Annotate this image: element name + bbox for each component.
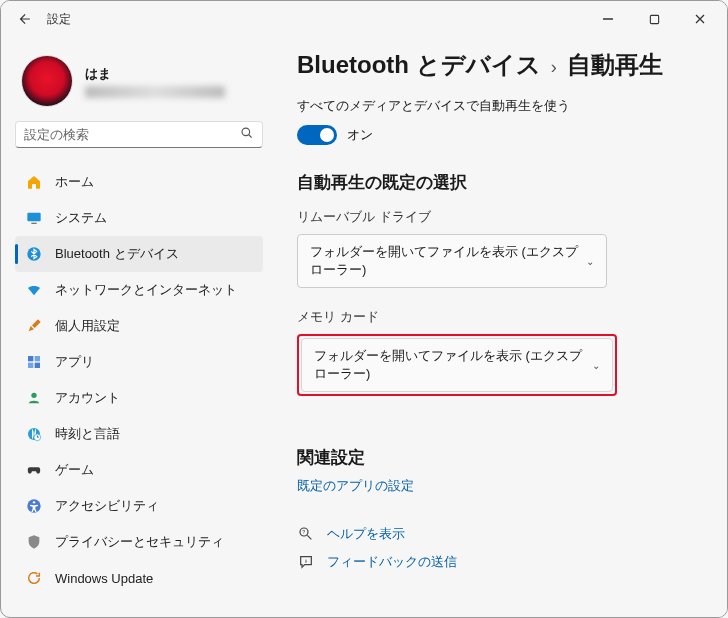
title-bar: 設定 — [1, 1, 727, 37]
sidebar-item-time[interactable]: 時刻と言語 — [15, 416, 263, 452]
update-icon — [25, 569, 43, 587]
sidebar-item-system[interactable]: システム — [15, 200, 263, 236]
sidebar-item-gaming[interactable]: ゲーム — [15, 452, 263, 488]
brush-icon — [25, 317, 43, 335]
window-title: 設定 — [47, 11, 71, 28]
svg-rect-8 — [35, 363, 40, 368]
removable-drive-select[interactable]: フォルダーを開いてファイルを表示 (エクスプローラー) ⌄ — [297, 234, 607, 288]
autoplay-toggle-label: すべてのメディアとデバイスで自動再生を使う — [297, 97, 703, 115]
sidebar-item-label: システム — [55, 209, 107, 227]
sidebar-item-label: 個人用設定 — [55, 317, 120, 335]
svg-rect-7 — [28, 363, 33, 368]
sidebar-item-label: アプリ — [55, 353, 94, 371]
profile-email-redacted — [85, 86, 225, 98]
memory-card-select[interactable]: フォルダーを開いてファイルを表示 (エクスプローラー) ⌄ — [301, 338, 613, 392]
sidebar-item-label: プライバシーとセキュリティ — [55, 533, 224, 551]
svg-rect-0 — [650, 15, 658, 23]
home-icon — [25, 173, 43, 191]
maximize-icon — [649, 14, 660, 25]
sidebar-item-accessibility[interactable]: アクセシビリティ — [15, 488, 263, 524]
avatar — [21, 55, 73, 107]
profile-block[interactable]: はま — [15, 45, 263, 121]
svg-text:?: ? — [302, 529, 305, 535]
bluetooth-icon — [25, 245, 43, 263]
feedback-icon — [297, 553, 315, 571]
sidebar-item-accounts[interactable]: アカウント — [15, 380, 263, 416]
help-link[interactable]: ヘルプを表示 — [327, 525, 405, 543]
shield-icon — [25, 533, 43, 551]
sidebar-item-apps[interactable]: アプリ — [15, 344, 263, 380]
autoplay-toggle-state: オン — [347, 126, 373, 144]
sidebar-item-label: 時刻と言語 — [55, 425, 120, 443]
accessibility-icon — [25, 497, 43, 515]
svg-point-13 — [33, 501, 35, 503]
back-button[interactable] — [9, 4, 39, 34]
memory-card-label: メモリ カード — [297, 308, 703, 326]
breadcrumb: Bluetooth とデバイス › 自動再生 — [297, 49, 703, 81]
maximize-button[interactable] — [631, 3, 677, 35]
wifi-icon — [25, 281, 43, 299]
svg-rect-5 — [28, 356, 33, 361]
sidebar-item-network[interactable]: ネットワークとインターネット — [15, 272, 263, 308]
globe-clock-icon — [25, 425, 43, 443]
sidebar-item-label: Windows Update — [55, 571, 153, 586]
svg-rect-2 — [27, 213, 40, 222]
svg-point-9 — [31, 393, 36, 398]
close-button[interactable] — [677, 3, 723, 35]
removable-drive-value: フォルダーを開いてファイルを表示 (エクスプローラー) — [310, 243, 586, 279]
svg-rect-6 — [35, 356, 40, 361]
sidebar-item-label: ホーム — [55, 173, 94, 191]
svg-point-1 — [242, 128, 250, 136]
sidebar-item-personalization[interactable]: 個人用設定 — [15, 308, 263, 344]
sidebar-item-home[interactable]: ホーム — [15, 164, 263, 200]
chevron-right-icon: › — [551, 57, 557, 78]
feedback-link[interactable]: フィードバックの送信 — [327, 553, 457, 571]
svg-point-16 — [305, 559, 306, 560]
default-apps-link[interactable]: 既定のアプリの設定 — [297, 477, 703, 495]
sidebar-item-label: ネットワークとインターネット — [55, 281, 237, 299]
help-icon: ? — [297, 525, 315, 543]
person-icon — [25, 389, 43, 407]
related-section-title: 関連設定 — [297, 446, 703, 469]
chevron-down-icon: ⌄ — [592, 360, 600, 371]
autoplay-toggle[interactable] — [297, 125, 337, 145]
removable-drive-label: リムーバブル ドライブ — [297, 208, 703, 226]
minimize-icon — [602, 13, 614, 25]
chevron-down-icon: ⌄ — [586, 256, 594, 267]
sidebar-item-label: ゲーム — [55, 461, 94, 479]
breadcrumb-parent[interactable]: Bluetooth とデバイス — [297, 49, 541, 81]
profile-name: はま — [85, 65, 225, 83]
sidebar-item-bluetooth[interactable]: Bluetooth とデバイス — [15, 236, 263, 272]
close-icon — [694, 13, 706, 25]
arrow-left-icon — [17, 12, 31, 26]
svg-rect-3 — [31, 223, 36, 224]
search-box[interactable] — [15, 121, 263, 148]
apps-icon — [25, 353, 43, 371]
sidebar-item-windows-update[interactable]: Windows Update — [15, 560, 263, 596]
minimize-button[interactable] — [585, 3, 631, 35]
search-icon — [240, 126, 254, 143]
gamepad-icon — [25, 461, 43, 479]
sidebar-item-privacy[interactable]: プライバシーとセキュリティ — [15, 524, 263, 560]
main-content: Bluetooth とデバイス › 自動再生 すべてのメディアとデバイスで自動再… — [273, 37, 727, 617]
sidebar-item-label: Bluetooth とデバイス — [55, 245, 179, 263]
defaults-section-title: 自動再生の既定の選択 — [297, 171, 703, 194]
sidebar-item-label: アクセシビリティ — [55, 497, 159, 515]
system-icon — [25, 209, 43, 227]
search-input[interactable] — [24, 127, 240, 142]
page-title: 自動再生 — [567, 49, 663, 81]
memory-card-value: フォルダーを開いてファイルを表示 (エクスプローラー) — [314, 347, 592, 383]
sidebar: はま ホーム システム Bluetooth とデバイス — [1, 37, 273, 617]
highlight-box: フォルダーを開いてファイルを表示 (エクスプローラー) ⌄ — [297, 334, 617, 396]
sidebar-item-label: アカウント — [55, 389, 120, 407]
